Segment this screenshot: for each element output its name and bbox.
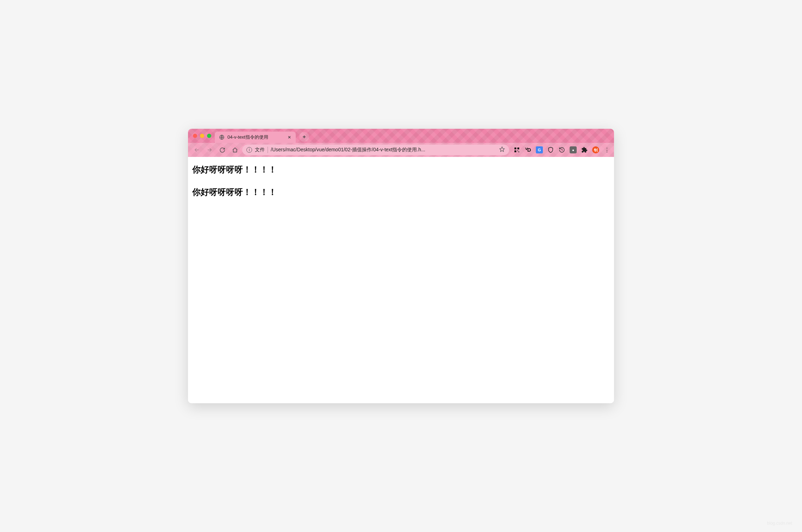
globe-icon <box>219 134 225 140</box>
info-icon[interactable]: i <box>246 147 252 153</box>
svg-rect-5 <box>519 152 519 152</box>
qr-code-icon[interactable] <box>513 146 520 153</box>
google-translate-icon[interactable]: G <box>536 146 543 153</box>
svg-rect-4 <box>518 151 518 151</box>
shield-icon[interactable] <box>547 146 554 153</box>
home-button[interactable] <box>230 145 240 155</box>
heading-line-2: 你好呀呀呀呀！！！！ <box>192 186 610 198</box>
watermark: blog.csdn.net <box>767 521 792 526</box>
tab-close-button[interactable] <box>287 134 292 140</box>
url-scheme-label: 文件 <box>255 147 265 153</box>
browser-window: 04-v-text指令的使用 i 文件 /Users/mac/Desktop/v… <box>188 129 614 403</box>
profile-avatar[interactable]: 钊 <box>592 146 599 153</box>
reload-button[interactable] <box>217 145 227 155</box>
titlebar: 04-v-text指令的使用 <box>188 129 614 143</box>
extension-cloud-icon[interactable]: ● <box>570 146 577 153</box>
traffic-lights <box>193 134 211 138</box>
window-close-button[interactable] <box>193 134 197 138</box>
svg-rect-3 <box>514 151 516 152</box>
extension-vd-icon[interactable]: ⱽD <box>525 146 532 153</box>
toolbar: i 文件 /Users/mac/Desktop/vue/demo01/02-插值… <box>188 143 614 157</box>
history-icon[interactable] <box>558 146 565 153</box>
page-content: 你好呀呀呀呀！！！！ 你好呀呀呀呀！！！！ <box>188 157 614 403</box>
address-separator <box>268 147 268 153</box>
extension-icons: ⱽD G ● 钊 ⋮ <box>511 146 610 153</box>
browser-tab[interactable]: 04-v-text指令的使用 <box>215 132 296 143</box>
forward-button[interactable] <box>204 145 215 155</box>
tab-title: 04-v-text指令的使用 <box>227 134 268 140</box>
heading-line-1: 你好呀呀呀呀！！！！ <box>192 164 610 175</box>
url-path: /Users/mac/Desktop/vue/demo01/02-插值操作/04… <box>271 147 496 153</box>
window-maximize-button[interactable] <box>207 134 211 138</box>
new-tab-button[interactable] <box>299 132 309 142</box>
window-minimize-button[interactable] <box>200 134 204 138</box>
svg-rect-1 <box>514 147 516 149</box>
address-bar[interactable]: i 文件 /Users/mac/Desktop/vue/demo01/02-插值… <box>242 145 509 155</box>
bookmark-star-icon[interactable] <box>499 146 505 153</box>
back-button[interactable] <box>192 145 202 155</box>
extensions-menu-icon[interactable] <box>581 146 588 153</box>
browser-menu-button[interactable]: ⋮ <box>603 146 610 153</box>
svg-rect-2 <box>518 147 519 149</box>
